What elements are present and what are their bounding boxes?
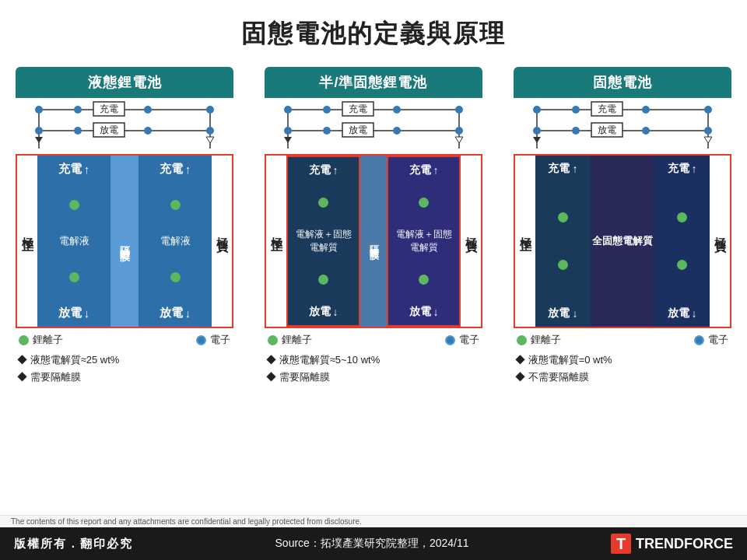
- liquid-battery-inner: 正 極 充電↑ 電解液 放電↓ 隔離膜: [17, 156, 232, 327]
- logo-text: TRENDFORCE: [636, 536, 733, 552]
- liquid-header: 液態鋰電池: [16, 67, 233, 98]
- svg-point-10: [144, 106, 152, 114]
- semi-pos-pole: 正 極: [266, 156, 286, 327]
- semi-neg-pole: 負 極: [461, 156, 481, 327]
- liquid-circuit-svg: 充電 放電: [16, 98, 233, 151]
- semi-neg-charge: 充電↑: [409, 163, 439, 177]
- solid-battery-body: 正 極 充電↑ 放電↓ 全固態電解質: [514, 154, 731, 328]
- svg-point-15: [206, 127, 214, 135]
- svg-point-27: [323, 106, 331, 114]
- solid-circuit-svg: 充電 放電: [514, 98, 731, 151]
- semi-bullet-2: 需要隔離膜: [266, 369, 481, 386]
- svg-point-45: [572, 106, 580, 114]
- solid-pos-discharge: 放電↓: [548, 306, 577, 320]
- liquid-neg-content: 電解液: [160, 233, 191, 249]
- legend-dot-blue: [196, 335, 206, 345]
- svg-marker-53: [704, 137, 712, 143]
- svg-marker-52: [533, 137, 541, 143]
- dot-green-semi-1: [318, 198, 328, 208]
- svg-point-48: [533, 127, 541, 135]
- dot-green-solid-3: [677, 212, 687, 222]
- liquid-neg-charge: 充電↑: [160, 162, 191, 177]
- legend-dot-green: [19, 335, 29, 345]
- dot-green-semi-2: [318, 275, 328, 285]
- footer: 版權所有．翻印必究 Source：拓墣產業研究院整理，2024/11 T TRE…: [0, 527, 747, 560]
- svg-marker-35: [455, 137, 463, 143]
- liquid-separator: 隔離膜: [110, 156, 139, 327]
- liquid-legend-li: 鋰離子: [19, 333, 63, 347]
- svg-point-33: [455, 127, 463, 135]
- semi-legend: 鋰離子 電子: [265, 328, 482, 348]
- liquid-neg-cell: 充電↑ 電解液 放電↓: [139, 156, 212, 327]
- semi-circuit: 充電 放電: [265, 98, 482, 154]
- solid-legend-li: 鋰離子: [517, 333, 561, 347]
- semi-circuit-svg: 充電 放電: [265, 98, 482, 151]
- semi-legend-e: 電子: [445, 333, 479, 347]
- semi-pos-content: 電解液＋固態電解質: [291, 228, 356, 254]
- svg-text:放電: 放電: [349, 124, 367, 135]
- svg-point-12: [35, 127, 43, 135]
- semi-pos-discharge: 放電↓: [309, 305, 338, 319]
- svg-text:充電: 充電: [100, 103, 118, 114]
- solid-circuit: 充電 放電: [514, 98, 731, 154]
- solid-battery-section: 固態電池 充電 放電: [514, 67, 731, 386]
- svg-point-13: [74, 127, 82, 135]
- semi-battery-inner: 正 極 充電↑ 電解液＋固態電解質 放電↓ 隔離膜: [266, 156, 481, 327]
- semi-bullets: 液態電解質≈5~10 wt% 需要隔離膜: [265, 348, 482, 386]
- semi-battery-body: 正 極 充電↑ 電解液＋固態電解質 放電↓ 隔離膜: [265, 154, 482, 328]
- liquid-neg-discharge: 放電↓: [160, 306, 191, 320]
- semi-pos-charge: 充電↑: [309, 163, 338, 177]
- dot-green-solid-4: [677, 260, 687, 270]
- page-title: 固態電池的定義與原理: [0, 0, 747, 64]
- semi-bullet-1: 液態電解質≈5~10 wt%: [266, 352, 481, 369]
- liquid-bullet-2: 需要隔離膜: [17, 369, 232, 386]
- legend-dot-blue-semi: [445, 335, 455, 345]
- solid-pos-charge: 充電↑: [548, 162, 577, 176]
- solid-legend-e: 電子: [694, 333, 728, 347]
- solid-bullet-2: 不需要隔離膜: [515, 369, 730, 386]
- svg-point-11: [206, 106, 214, 114]
- dot-green-solid-1: [558, 212, 568, 222]
- semi-neg-discharge: 放電↓: [409, 305, 439, 319]
- solid-legend: 鋰離子 電子: [514, 328, 731, 348]
- legend-dot-blue-solid: [694, 335, 704, 345]
- svg-point-47: [704, 106, 712, 114]
- source-text: ：拓墣產業研究院整理，2024/11: [310, 537, 469, 549]
- solid-pos-cell: 充電↑ 放電↓: [535, 156, 591, 327]
- liquid-pos-cell: 充電↑ 電解液 放電↓: [37, 156, 110, 327]
- svg-text:放電: 放電: [100, 124, 118, 135]
- dot-green-2: [69, 272, 79, 282]
- svg-point-50: [642, 127, 650, 135]
- liquid-battery-body: 正 極 充電↑ 電解液 放電↓ 隔離膜: [16, 154, 233, 328]
- liquid-pos-pole: 正 極: [17, 156, 37, 327]
- legend-dot-green-semi: [268, 335, 278, 345]
- liquid-pos-discharge: 放電↓: [58, 306, 90, 320]
- svg-text:充電: 充電: [598, 103, 616, 114]
- svg-point-8: [35, 106, 43, 114]
- solid-electrolyte: 全固態電解質: [591, 156, 654, 327]
- svg-point-46: [642, 106, 650, 114]
- svg-point-9: [74, 106, 82, 114]
- solid-neg-cell: 充電↑ 放電↓: [654, 156, 710, 327]
- dot-green-solid-2: [558, 260, 568, 270]
- footer-logo: T TRENDFORCE: [611, 534, 733, 554]
- svg-point-26: [284, 106, 292, 114]
- dot-green-semi-4: [419, 275, 429, 285]
- footer-copyright: 版權所有．翻印必究: [14, 537, 133, 551]
- semi-battery-section: 半/準固態鋰電池 充電 放電: [265, 67, 482, 386]
- svg-point-51: [704, 127, 712, 135]
- svg-marker-16: [35, 137, 43, 143]
- solid-bullets: 液態電解質=0 wt% 不需要隔離膜: [514, 348, 731, 386]
- solid-battery-inner: 正 極 充電↑ 放電↓ 全固態電解質: [515, 156, 730, 327]
- svg-marker-34: [284, 137, 292, 143]
- dot-green-semi-3: [419, 198, 429, 208]
- liquid-legend: 鋰離子 電子: [16, 328, 233, 348]
- semi-neg-content: 電解液＋固態電解質: [391, 228, 456, 254]
- solid-pos-pole: 正 極: [515, 156, 535, 327]
- svg-point-31: [323, 127, 331, 135]
- dot-green-4: [170, 272, 181, 282]
- svg-text:放電: 放電: [598, 124, 616, 135]
- liquid-bullets: 液態電解質≈25 wt% 需要隔離膜: [16, 348, 233, 386]
- solid-header: 固態電池: [514, 67, 731, 98]
- dot-green-1: [69, 200, 79, 210]
